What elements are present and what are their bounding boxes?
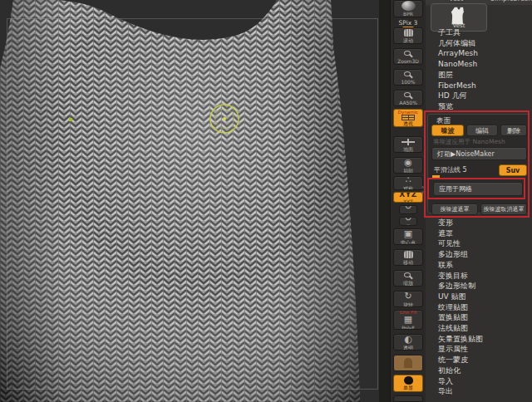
palette-menu-item[interactable]: 置换贴图 — [438, 312, 468, 322]
shelf-button-PolyF[interactable]: Line Fill▦PolyF — [393, 310, 423, 330]
shelf-button-AA50%[interactable]: AA50% — [393, 90, 423, 106]
palette-menu-item[interactable]: 图层 — [438, 70, 453, 80]
spix-slider[interactable]: SPix 3 — [391, 19, 426, 27]
shelf-button-XYZ[interactable]: XYZXYZ — [393, 192, 423, 203]
transparency-icon: ◐ — [404, 335, 412, 345]
vest-canvas — [0, 0, 381, 402]
shelf-button-label: 透视 — [403, 120, 413, 126]
shelf-button-label: AA50% — [399, 100, 417, 105]
shelf-button-滚动[interactable]: 滚动 — [393, 27, 423, 44]
shelf-button-label: 对称 — [403, 185, 413, 190]
apply-to-mesh-button[interactable]: 应用于网格 — [433, 182, 523, 196]
shelf-button-label: PolyF — [401, 325, 415, 331]
shelf-button-单显[interactable]: 单显 — [393, 375, 423, 392]
shelf-button-BPR[interactable]: BPR — [393, 0, 423, 17]
palette-menu-item[interactable]: 联系 — [438, 260, 453, 270]
shelf-button-label: 地面 — [403, 146, 413, 152]
palette-menu-item[interactable]: HD 几何 — [438, 91, 467, 100]
palette-menu-item[interactable]: 几何体编辑 — [438, 38, 475, 48]
shelf-button-partial[interactable] — [393, 395, 423, 402]
shelf-button-label: Zoom3D — [397, 58, 419, 64]
vest-mesh[interactable] — [0, 0, 360, 402]
shelf-button-label: BPR — [403, 11, 413, 17]
palette-menu-item[interactable]: ArrayMesh — [438, 48, 478, 58]
palette-menu-item[interactable]: 变换目标 — [438, 271, 468, 281]
hand-icon — [404, 29, 413, 37]
shelf-button-中心点[interactable]: ▣中心点 — [393, 228, 423, 245]
rotate-icon: ↻ — [404, 205, 411, 212]
shelf-button-label: 透明 — [403, 345, 413, 351]
brush-cursor — [210, 105, 239, 133]
shelf-button-旋转[interactable]: ↻旋转 — [393, 291, 423, 307]
shelf-button-label: XYZ — [403, 199, 413, 203]
palette-menu-item[interactable]: 多边形绘制 — [438, 281, 475, 291]
shelf-button-label: 100% — [401, 79, 415, 85]
solo-icon — [404, 376, 413, 385]
header-tool-name: Vest — [449, 0, 463, 2]
palette-menu-item[interactable]: 遮罩 — [438, 228, 453, 238]
palette-menu-item[interactable]: 可见性 — [438, 238, 461, 248]
xyz-text: XYZ — [399, 192, 416, 199]
unmask-by-noise-button[interactable]: 按噪波取消遮罩 — [480, 203, 527, 215]
palette-menu-item[interactable]: FiberMesh — [438, 81, 476, 91]
magnifier-icon — [404, 92, 411, 97]
palette-menu-item[interactable]: 统一蒙皮 — [438, 355, 468, 365]
palette-menu-item[interactable]: 纹理贴图 — [438, 302, 468, 312]
palette-menu-item[interactable]: 矢量置换贴图 — [438, 334, 483, 344]
suv-button[interactable]: Suv — [499, 164, 527, 176]
shelf-button-缩放[interactable]: 缩放 — [393, 270, 423, 287]
horizon-icon — [401, 141, 415, 143]
palette-menu-item[interactable]: 初始化 — [438, 365, 461, 375]
shelf-button-Z[interactable]: ↻Z — [399, 217, 417, 226]
shelf-button-Zoom3D[interactable]: Zoom3D — [393, 48, 423, 65]
shelf-button-对称[interactable]: ∴对称 — [393, 176, 423, 190]
document-viewport[interactable] — [0, 0, 381, 402]
shelf-button-label: 单显 — [403, 385, 413, 390]
tool-palette: Vest SimpleBrush Vest 子工具几何体编辑ArrayMeshN… — [426, 0, 532, 402]
sphere-icon — [401, 1, 416, 11]
palette-menu-item[interactable]: 多边形组 — [438, 249, 468, 259]
edit-noise-button[interactable]: 编辑 — [466, 125, 498, 136]
shelf-button-label: Y — [406, 212, 410, 214]
shelf-button-label: 缩放 — [403, 280, 413, 286]
shelf-button-局部[interactable]: ◉局部 — [393, 157, 423, 174]
palette-menu-item[interactable]: 子工具 — [438, 27, 461, 37]
smooth-normals-slider-handle[interactable] — [432, 175, 440, 178]
magnifier-icon — [404, 272, 411, 277]
palette-menu-item[interactable]: 法线贴图 — [438, 323, 468, 333]
panel-collapse-handle[interactable]: ∧∨ — [420, 184, 426, 194]
lightbox-noisemaker-button[interactable]: 灯箱▶NoiseMaker — [431, 147, 527, 160]
shelf-button-Y[interactable]: ↻Y — [399, 205, 417, 214]
palette-menu-item[interactable]: 预览 — [438, 101, 453, 111]
palette-menu-item[interactable]: 显示属性 — [438, 344, 468, 354]
shelf-button-label: 中心点 — [401, 239, 416, 245]
header-brush-name: SimpleBrush — [490, 0, 532, 2]
palette-menu-item[interactable]: NanoMesh — [438, 59, 477, 69]
shelf-button-地面[interactable]: 地面 — [393, 136, 423, 153]
floor-grid-icon — [401, 115, 415, 120]
palette-menu-item[interactable]: 导入 — [438, 376, 453, 386]
magnifier-icon — [404, 71, 411, 76]
shelf-button-label: Z — [406, 223, 410, 226]
shelf-button-透明[interactable]: ◐透明 — [393, 334, 423, 351]
local-icon: ◉ — [404, 158, 412, 168]
palette-menu-item[interactable]: 导出 — [438, 386, 453, 396]
delete-noise-button[interactable]: 删除 — [500, 125, 527, 136]
noise-button[interactable]: 噪波 — [431, 125, 464, 136]
rotate-icon: ↻ — [404, 292, 411, 302]
surface-subpalette: 表面 噪波 编辑 删除 将噪波应用于 NanoMesh 灯箱▶NoiseMake… — [427, 114, 530, 213]
shelf-button-ghost-icon[interactable] — [393, 355, 423, 371]
shelf-button-label: 局部 — [403, 168, 413, 174]
viewport-shelf-gutter — [379, 0, 391, 402]
mask-by-noise-button[interactable]: 按噪波遮罩 — [431, 203, 478, 215]
frame-icon: ▣ — [404, 229, 412, 239]
rotate-icon: ↻ — [404, 217, 411, 223]
ghost-icon — [404, 358, 412, 368]
shelf-button-透视[interactable]: Dynamic透视 — [393, 109, 423, 127]
palette-menu-item[interactable]: 变形 — [438, 218, 453, 228]
shelf-button-移动[interactable]: 移动 — [393, 249, 423, 266]
palette-menu-item[interactable]: UV 贴图 — [438, 292, 466, 302]
shelf-button-100%[interactable]: 100% — [393, 69, 423, 86]
shelf-button-label: 滚动 — [403, 37, 413, 43]
smooth-normals-slider[interactable]: 平滑法线 5 — [434, 165, 467, 174]
